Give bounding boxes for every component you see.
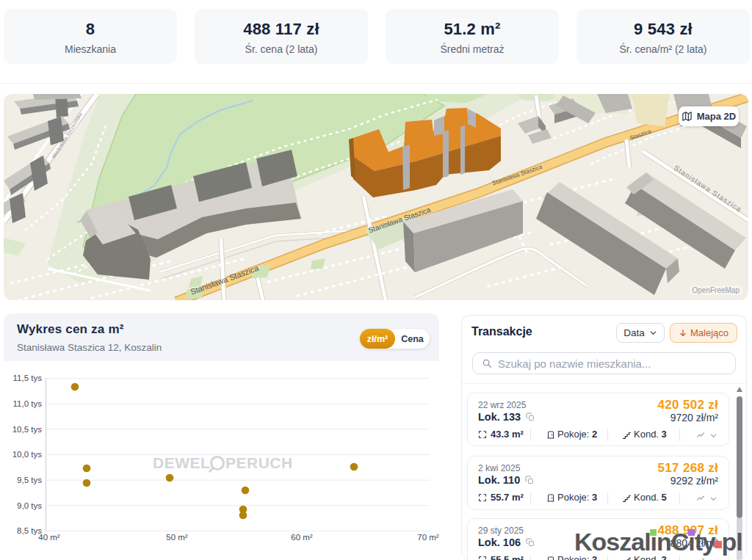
svg-text:11,0 tys: 11,0 tys: [13, 399, 43, 408]
svg-text:PERUCH: PERUCH: [225, 454, 293, 471]
svg-text:DEWEL: DEWEL: [153, 454, 210, 471]
svg-text:70 m²: 70 m²: [417, 533, 439, 542]
svg-text:9,0 tys: 9,0 tys: [17, 501, 42, 510]
svg-text:9,5 tys: 9,5 tys: [17, 476, 42, 484]
svg-text:60 m²: 60 m²: [291, 533, 313, 542]
svg-text:11,5 tys: 11,5 tys: [13, 374, 43, 382]
svg-text:40 m²: 40 m²: [38, 533, 60, 542]
svg-text:10,0 tys: 10,0 tys: [12, 450, 43, 459]
svg-text:50 m²: 50 m²: [166, 533, 188, 542]
svg-text:10,5 tys: 10,5 tys: [12, 425, 43, 434]
